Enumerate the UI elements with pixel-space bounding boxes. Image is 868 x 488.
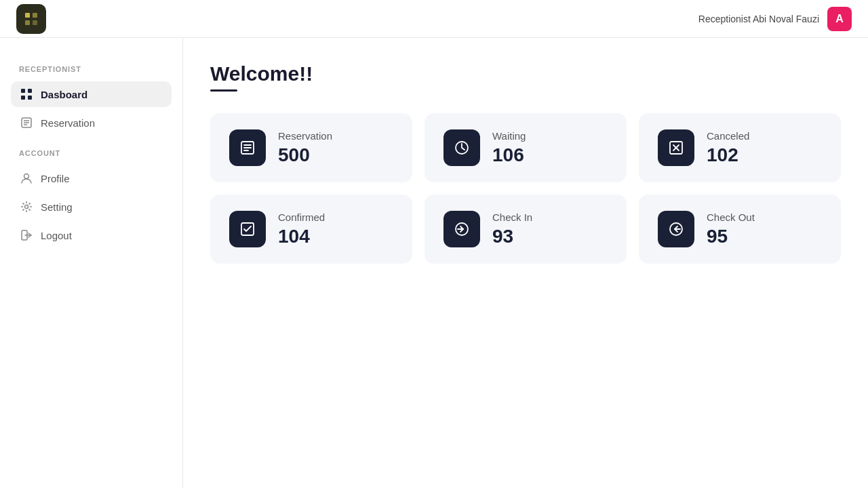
grid-icon <box>20 88 33 100</box>
waiting-card-value: 106 <box>492 144 526 166</box>
sidebar-dashboard-label: Dasboard <box>41 89 87 100</box>
profile-icon <box>20 172 33 184</box>
checkout-card-icon-box <box>658 211 694 247</box>
waiting-card-info: Waiting 106 <box>492 130 526 166</box>
svg-rect-3 <box>33 20 37 25</box>
username-label: Receptionist Abi Noval Fauzi <box>698 14 819 24</box>
gear-icon <box>20 201 33 213</box>
waiting-card-icon-box <box>443 129 480 166</box>
reservation-card-value: 500 <box>278 144 332 166</box>
canceled-card-info: Canceled 102 <box>707 130 749 166</box>
svg-rect-1 <box>33 13 37 18</box>
page-title: Welcome!! <box>210 62 841 85</box>
canceled-card-icon-box <box>658 129 694 166</box>
canceled-card-label: Canceled <box>707 130 749 142</box>
checkin-card-label: Check In <box>492 211 532 223</box>
card-checkin: Check In 93 <box>425 195 627 264</box>
sidebar-section-account: ACCOUNT <box>11 149 172 157</box>
confirmed-card-value: 104 <box>278 226 325 247</box>
svg-rect-7 <box>28 96 32 100</box>
svg-point-13 <box>25 205 28 209</box>
main-content: Welcome!! Reservation 500 <box>183 38 868 488</box>
sidebar-item-profile[interactable]: Profile <box>11 165 172 191</box>
checkout-card-info: Check Out 95 <box>707 211 755 247</box>
svg-rect-5 <box>28 89 32 93</box>
reservation-card-info: Reservation 500 <box>278 130 332 166</box>
reservation-icon <box>20 117 33 129</box>
checkout-card-label: Check Out <box>707 211 755 223</box>
svg-rect-2 <box>25 20 30 25</box>
confirmed-card-label: Confirmed <box>278 211 325 223</box>
card-confirmed: Confirmed 104 <box>210 195 412 264</box>
card-canceled: Canceled 102 <box>639 113 841 182</box>
svg-rect-4 <box>21 89 25 93</box>
card-checkout: Check Out 95 <box>639 195 841 264</box>
sidebar-item-logout[interactable]: Logout <box>11 222 172 248</box>
sidebar-item-reservation[interactable]: Reservation <box>11 110 172 136</box>
reservation-card-icon-box <box>229 129 266 166</box>
card-reservation: Reservation 500 <box>210 113 412 182</box>
signin-icon <box>453 220 471 238</box>
sidebar: RECEPTIONIST Dasboard Reservation ACCOUN… <box>0 38 183 488</box>
signout-icon <box>667 220 685 238</box>
main-layout: RECEPTIONIST Dasboard Reservation ACCOUN… <box>0 38 868 488</box>
avatar[interactable]: A <box>827 7 852 31</box>
svg-rect-0 <box>25 13 30 18</box>
waiting-card-label: Waiting <box>492 130 526 142</box>
canceled-card-value: 102 <box>707 144 749 166</box>
checkout-card-value: 95 <box>707 226 755 247</box>
topbar: Receptionist Abi Noval Fauzi A <box>0 0 868 38</box>
sidebar-reservation-label: Reservation <box>41 117 95 129</box>
sidebar-profile-label: Profile <box>41 173 70 184</box>
checkin-card-info: Check In 93 <box>492 211 532 247</box>
sidebar-item-dashboard[interactable]: Dasboard <box>11 81 172 107</box>
app-logo <box>16 4 46 34</box>
confirmed-card-icon-box <box>229 211 266 247</box>
check-square-icon <box>239 220 256 238</box>
checkin-card-value: 93 <box>492 226 532 247</box>
stats-grid: Reservation 500 Waiting 106 <box>210 113 841 264</box>
checkin-card-icon-box <box>443 211 480 247</box>
logout-icon <box>20 229 33 241</box>
card-waiting: Waiting 106 <box>425 113 627 182</box>
sidebar-item-setting[interactable]: Setting <box>11 194 172 220</box>
reservation-card-label: Reservation <box>278 130 332 142</box>
confirmed-card-info: Confirmed 104 <box>278 211 325 247</box>
svg-point-12 <box>24 174 29 179</box>
title-underline <box>210 89 237 92</box>
clock-icon <box>453 139 471 157</box>
sidebar-section-receptionist: RECEPTIONIST <box>11 65 172 73</box>
sidebar-logout-label: Logout <box>41 230 72 241</box>
x-square-icon <box>667 139 685 157</box>
svg-rect-6 <box>21 96 25 100</box>
sidebar-setting-label: Setting <box>41 201 73 213</box>
list-icon <box>239 139 256 157</box>
topbar-right: Receptionist Abi Noval Fauzi A <box>698 7 852 31</box>
